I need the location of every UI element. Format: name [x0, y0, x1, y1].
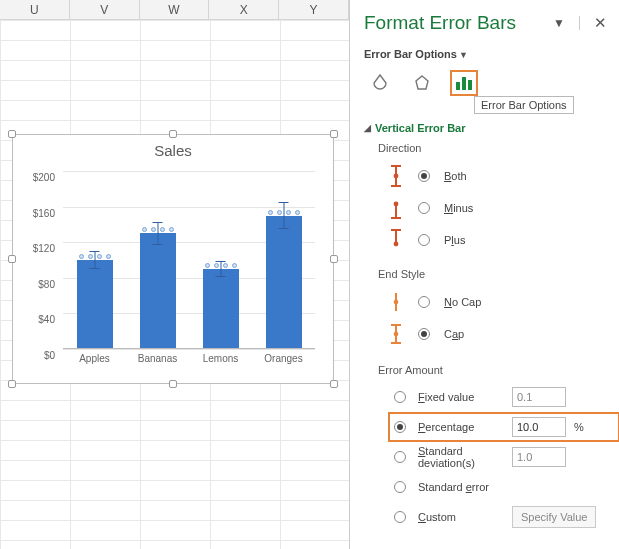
amount-custom-option[interactable]: Custom Specify Value — [394, 502, 607, 532]
direction-both-option[interactable]: Both — [384, 160, 607, 192]
radio-icon — [418, 328, 430, 340]
endstyle-nocap-option[interactable]: No Cap — [384, 286, 607, 318]
svg-rect-3 — [468, 80, 472, 90]
x-tick-label: Apples — [63, 353, 126, 371]
endstyle-label: End Style — [364, 268, 607, 280]
close-icon[interactable]: ✕ — [594, 14, 607, 32]
both-glyph-icon — [384, 163, 408, 189]
divider — [579, 16, 580, 30]
y-tick-label: $80 — [19, 278, 55, 289]
plus-glyph-icon — [384, 227, 408, 253]
option-label: Plus — [444, 234, 465, 246]
x-tick-label: Oranges — [252, 353, 315, 371]
radio-icon — [394, 511, 406, 523]
svg-point-13 — [394, 242, 399, 247]
amount-stderr-option[interactable]: Standard error — [394, 472, 607, 502]
panel-options-dropdown-icon[interactable]: ▼ — [553, 16, 565, 30]
col-Y[interactable]: Y — [279, 0, 349, 19]
col-V[interactable]: V — [70, 0, 140, 19]
col-W[interactable]: W — [140, 0, 210, 19]
col-U[interactable]: U — [0, 0, 70, 19]
resize-handle[interactable] — [330, 130, 338, 138]
stddev-value-input[interactable]: 1.0 — [512, 447, 566, 467]
svg-rect-2 — [462, 77, 466, 90]
cap-glyph-icon — [384, 321, 408, 347]
specify-value-button[interactable]: Specify Value — [512, 506, 596, 528]
svg-rect-1 — [456, 82, 460, 90]
data-bar[interactable] — [140, 233, 176, 349]
panel-title: Format Error Bars — [364, 12, 516, 34]
error-amount-label: Error Amount — [364, 364, 607, 376]
direction-minus-option[interactable]: Minus — [384, 192, 607, 224]
fixed-value-input[interactable]: 0.1 — [512, 387, 566, 407]
svg-point-19 — [394, 332, 399, 337]
effects-tab-icon[interactable] — [408, 70, 436, 96]
error-bar-options-dropdown[interactable]: Error Bar Options▼ — [364, 48, 607, 60]
x-tick-label: Lemons — [189, 353, 252, 371]
vertical-error-bar-section[interactable]: ◢ Vertical Error Bar — [364, 122, 607, 134]
nocap-glyph-icon — [384, 289, 408, 315]
bar-slot — [126, 171, 189, 349]
chart-inner: Sales $0$40$80$120$160$200 ApplesBananas… — [19, 141, 327, 377]
collapse-icon: ◢ — [364, 123, 371, 133]
direction-plus-option[interactable]: Plus — [384, 224, 607, 256]
option-label: Fixed value — [418, 391, 504, 403]
option-label: No Cap — [444, 296, 481, 308]
y-tick-label: $0 — [19, 350, 55, 361]
y-tick-label: $40 — [19, 314, 55, 325]
resize-handle[interactable] — [8, 380, 16, 388]
svg-marker-0 — [416, 76, 428, 89]
radio-icon — [394, 481, 406, 493]
option-label: Custom — [418, 511, 504, 523]
fill-line-tab-icon[interactable] — [366, 70, 394, 96]
error-bar[interactable] — [94, 251, 95, 269]
resize-handle[interactable] — [330, 255, 338, 263]
svg-point-10 — [394, 202, 399, 207]
chart-x-axis: ApplesBananasLemonsOranges — [63, 353, 315, 371]
error-bar[interactable] — [157, 222, 158, 245]
option-label: Cap — [444, 328, 464, 340]
resize-handle[interactable] — [330, 380, 338, 388]
svg-point-15 — [394, 300, 399, 305]
panel-tab-icons: Error Bar Options — [364, 70, 607, 96]
embedded-chart[interactable]: Sales $0$40$80$120$160$200 ApplesBananas… — [12, 134, 334, 384]
amount-fixed-option[interactable]: Fixed value 0.1 — [394, 382, 607, 412]
bar-options-tab-icon[interactable] — [450, 70, 478, 96]
chart-plot-area[interactable] — [63, 171, 315, 349]
bar-slot — [189, 171, 252, 349]
svg-point-7 — [394, 174, 399, 179]
radio-icon — [418, 170, 430, 182]
amount-percentage-option[interactable]: Percentage 10.0 % — [388, 412, 619, 442]
percentage-value-input[interactable]: 10.0 — [512, 417, 566, 437]
chart-title[interactable]: Sales — [19, 141, 327, 167]
data-bar[interactable] — [77, 260, 113, 349]
tooltip: Error Bar Options — [474, 96, 574, 114]
radio-icon — [418, 234, 430, 246]
y-tick-label: $200 — [19, 172, 55, 183]
spreadsheet-area: U V W X Y Sales $0$40$80$120$160$200 App… — [0, 0, 349, 549]
radio-icon — [418, 202, 430, 214]
direction-label: Direction — [364, 142, 607, 154]
x-tick-label: Bananas — [126, 353, 189, 371]
option-label: Standard deviation(s) — [418, 445, 504, 469]
radio-icon — [394, 421, 406, 433]
resize-handle[interactable] — [8, 130, 16, 138]
resize-handle[interactable] — [8, 255, 16, 263]
resize-handle[interactable] — [169, 380, 177, 388]
error-bar[interactable] — [283, 202, 284, 229]
percent-suffix: % — [574, 421, 584, 433]
bar-slot — [63, 171, 126, 349]
col-X[interactable]: X — [209, 0, 279, 19]
minus-glyph-icon — [384, 195, 408, 221]
y-tick-label: $160 — [19, 207, 55, 218]
radio-icon — [394, 451, 406, 463]
amount-stddev-option[interactable]: Standard deviation(s) 1.0 — [394, 442, 607, 472]
resize-handle[interactable] — [169, 130, 177, 138]
data-bar[interactable] — [266, 216, 302, 350]
error-bar[interactable] — [220, 261, 221, 277]
endstyle-cap-option[interactable]: Cap — [384, 318, 607, 350]
column-headers: U V W X Y — [0, 0, 349, 20]
radio-icon — [418, 296, 430, 308]
data-bar[interactable] — [203, 269, 239, 349]
bar-slot — [252, 171, 315, 349]
